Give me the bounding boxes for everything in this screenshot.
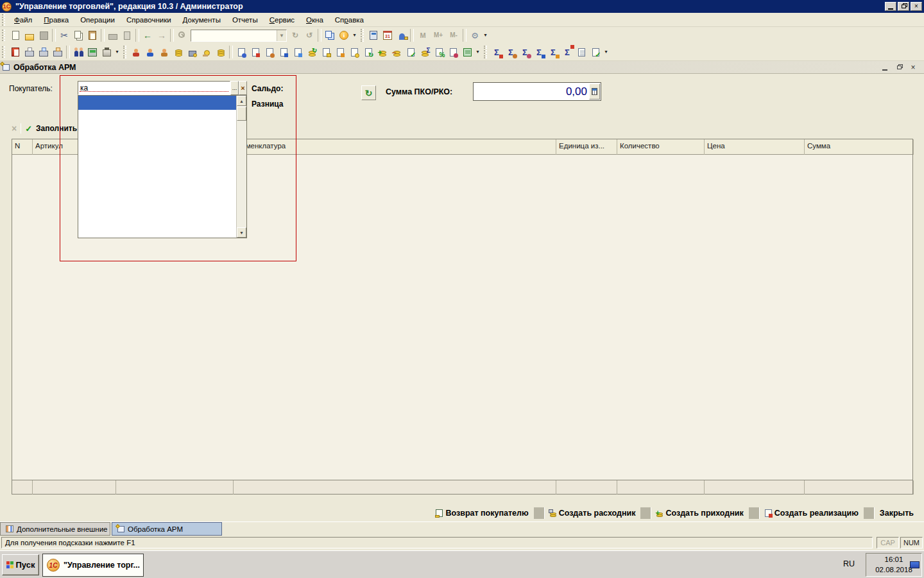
close-button[interactable]: × xyxy=(911,2,922,11)
report-sigma-red2-icon[interactable]: Σ xyxy=(560,45,574,59)
new-document-icon[interactable] xyxy=(8,28,22,42)
buyer-order-icon[interactable] xyxy=(129,45,143,59)
toolbar-button[interactable] xyxy=(52,29,56,42)
toolbar-button[interactable] xyxy=(170,29,174,42)
toolbar-gripper[interactable] xyxy=(2,30,5,41)
doc-coins-icon[interactable] xyxy=(347,45,361,59)
menu-item[interactable]: Правка xyxy=(38,15,74,25)
memory-minus-icon[interactable]: M- xyxy=(446,28,461,42)
toolbar-button[interactable] xyxy=(484,46,487,58)
mdi-restore-button[interactable] xyxy=(894,63,903,72)
report-sigma-red-icon[interactable]: Σ xyxy=(490,45,504,59)
report-sigma-blue-icon[interactable]: Σ xyxy=(532,45,546,59)
calculator-icon[interactable] xyxy=(366,28,381,42)
buyer-clear-button[interactable]: × xyxy=(239,81,247,95)
doc-red-flag-icon[interactable] xyxy=(248,45,262,59)
table-column-header[interactable]: Единица из... xyxy=(556,139,617,155)
doc-find-icon[interactable] xyxy=(319,45,333,59)
print-report-orange-icon[interactable] xyxy=(51,45,65,59)
doc-lines-icon[interactable] xyxy=(574,45,588,59)
action-button[interactable] xyxy=(749,507,760,519)
dropdown-item[interactable] xyxy=(78,166,236,180)
print-report-blue-icon[interactable] xyxy=(37,45,51,59)
refresh-button[interactable]: ↻ xyxy=(361,85,376,100)
sales-doc-icon[interactable] xyxy=(234,45,248,59)
toolbar-button[interactable] xyxy=(318,29,321,42)
mdi-close-button[interactable]: × xyxy=(909,63,918,72)
toolbar-button[interactable] xyxy=(66,46,70,58)
coins-stack-icon[interactable] xyxy=(214,45,228,59)
supplier-order-icon[interactable] xyxy=(143,45,157,59)
user-lock-icon[interactable] xyxy=(395,28,409,42)
clear-table-icon[interactable]: × xyxy=(12,123,17,134)
menu-item[interactable]: Отчеты xyxy=(227,15,264,25)
print-report-icon[interactable] xyxy=(22,45,37,59)
print-preview-icon[interactable] xyxy=(120,28,134,42)
wrench-dropdown-icon[interactable]: ▾ xyxy=(482,28,489,42)
tree-dropdown-icon[interactable]: ▾ xyxy=(474,45,481,59)
find-next-icon[interactable]: ↻ xyxy=(288,28,302,42)
dropdown-item[interactable] xyxy=(78,195,236,209)
toolbar-button[interactable] xyxy=(135,29,139,42)
purchase-doc-icon[interactable] xyxy=(262,45,277,59)
cash-dropdown-icon[interactable]: ▾ xyxy=(114,45,121,59)
open-folder-icon[interactable] xyxy=(22,28,37,42)
create-receipt-button[interactable]: +Создать приходник xyxy=(651,509,748,518)
scrollbar-thumb[interactable] xyxy=(237,107,246,121)
toolbar-button[interactable] xyxy=(123,46,126,58)
find-previous-icon[interactable]: ↺ xyxy=(302,28,316,42)
cash-desk-icon[interactable] xyxy=(85,45,99,59)
toolbar-button[interactable] xyxy=(410,29,414,42)
undo-icon[interactable]: ← xyxy=(141,28,155,42)
coins-icon[interactable] xyxy=(171,45,185,59)
coins-sum-icon[interactable]: Σ xyxy=(418,45,432,59)
return-to-buyer-button[interactable]: Возврат покупателю xyxy=(431,509,533,518)
menu-item[interactable]: Сервис xyxy=(264,15,300,25)
window-list-icon[interactable] xyxy=(323,28,337,42)
dropdown-item[interactable] xyxy=(78,96,236,110)
doc-blue-flag-icon[interactable] xyxy=(277,45,291,59)
doc-orange-corner-icon[interactable] xyxy=(333,45,347,59)
language-indicator[interactable]: RU xyxy=(843,559,855,568)
memory-icon[interactable]: M xyxy=(415,28,431,42)
buyer-input[interactable]: ка xyxy=(78,81,230,95)
book-red-icon[interactable] xyxy=(8,45,22,59)
print-icon[interactable] xyxy=(106,28,120,42)
doc-blue-flag2-icon[interactable] xyxy=(291,45,305,59)
dropdown-item[interactable] xyxy=(78,223,236,238)
dropdown-item[interactable] xyxy=(78,138,236,152)
table-column-header[interactable]: Номенклатура xyxy=(234,139,556,155)
dropdown-item[interactable] xyxy=(78,209,236,223)
menu-item[interactable]: Операции xyxy=(74,15,121,25)
toolbar-button[interactable] xyxy=(463,29,466,42)
dropdown-item[interactable] xyxy=(78,124,236,138)
action-button[interactable] xyxy=(640,507,651,519)
table-column-header[interactable]: Сумма xyxy=(805,139,914,155)
taskbar-window-button[interactable]: 1С "Управление торг... xyxy=(42,554,144,577)
tab-external-processings[interactable]: Дополнительные внешние ... xyxy=(0,522,110,536)
start-button[interactable]: Пуск xyxy=(2,554,39,575)
cut-icon[interactable]: ✂ xyxy=(57,28,71,42)
fill-button[interactable]: Заполнить xyxy=(36,124,77,133)
menu-item[interactable]: Справка xyxy=(329,15,370,25)
doc-person-red-icon[interactable] xyxy=(446,45,460,59)
doc-percent-icon[interactable]: % xyxy=(432,45,446,59)
mdi-minimize-button[interactable] xyxy=(880,63,889,72)
table-column-header[interactable]: Цена xyxy=(705,139,805,155)
action-button[interactable] xyxy=(534,507,545,519)
paste-icon[interactable] xyxy=(85,28,99,42)
person-payment-icon[interactable] xyxy=(157,45,171,59)
calculator-button[interactable] xyxy=(589,83,600,100)
close-button[interactable]: Закрыть xyxy=(875,509,919,518)
reports-dropdown-icon[interactable]: ▾ xyxy=(603,45,610,59)
table-column-header[interactable]: Количество xyxy=(617,139,705,155)
sum-input[interactable]: 0,00 xyxy=(473,82,601,101)
buyer-select-button[interactable]: ... xyxy=(230,81,239,95)
doc-refresh-icon[interactable]: ↻ xyxy=(361,45,375,59)
scroll-up-button[interactable]: ▲ xyxy=(237,96,246,106)
coins-exchange-icon[interactable]: ↻ xyxy=(305,45,319,59)
save-icon[interactable] xyxy=(37,28,51,42)
report-sigma-orange-icon[interactable]: Σ xyxy=(546,45,560,59)
toolbar-button[interactable] xyxy=(229,46,233,58)
find-icon[interactable] xyxy=(175,28,189,42)
